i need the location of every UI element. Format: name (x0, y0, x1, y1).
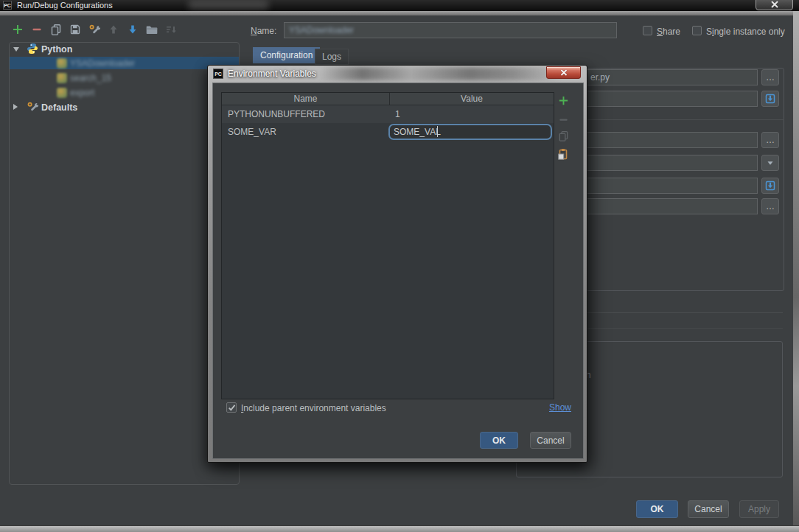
edit-defaults-button[interactable] (87, 22, 102, 37)
python-icon (27, 43, 38, 57)
section-separator (586, 328, 783, 329)
titlebar-blur-smudge (188, 0, 269, 10)
run-config-icon (57, 73, 67, 83)
defaults-wrench-icon (27, 101, 38, 115)
tree-item[interactable]: export (70, 88, 94, 98)
tree-group-python[interactable]: Python (41, 44, 72, 55)
sort-configurations-button[interactable] (164, 22, 178, 37)
name-input[interactable]: YSADownloader (284, 22, 617, 38)
single-instance-label: Single instance only (706, 27, 785, 37)
save-configuration-button[interactable] (68, 22, 83, 37)
single-instance-checkbox[interactable] (692, 26, 702, 35)
paste-icon (557, 148, 569, 160)
copy-variable-button[interactable] (556, 129, 570, 142)
wrench-gear-icon (88, 24, 100, 35)
value-editor-input[interactable] (388, 124, 552, 140)
pycharm-logo-icon: PC (213, 69, 223, 79)
ok-button[interactable]: OK (636, 500, 678, 518)
table-row[interactable]: PYTHONUNBUFFERED 1 (222, 105, 554, 123)
include-parent-label: Include parent environment variables (241, 403, 386, 413)
window-close-button[interactable] (756, 0, 793, 10)
name-label: Name: (251, 26, 276, 36)
table-row[interactable]: SOME_VAR (222, 123, 554, 141)
cancel-button[interactable]: Cancel (688, 500, 729, 518)
expand-field-icon (764, 93, 776, 105)
tree-item-selected[interactable]: YSADownloader (70, 58, 135, 69)
move-down-button[interactable] (125, 22, 140, 37)
window-frame-top (0, 11, 799, 15)
dialog-close-button[interactable] (546, 66, 581, 79)
new-folder-button[interactable] (144, 22, 159, 37)
tree-item[interactable]: search_15 (70, 73, 111, 83)
add-variable-button[interactable] (556, 94, 570, 107)
window-frame-right (793, 11, 799, 532)
add-configuration-button[interactable] (10, 22, 25, 37)
tab-configuration[interactable]: Configuration (253, 47, 320, 63)
run-config-icon (57, 88, 67, 98)
env-ok-button[interactable]: OK (480, 432, 518, 449)
expand-field-button[interactable] (761, 178, 779, 194)
section-separator (586, 312, 783, 313)
apply-button[interactable]: Apply (739, 500, 779, 518)
close-icon (771, 1, 778, 8)
dialog-title: Environment Variables (228, 69, 316, 79)
folder-icon (146, 24, 158, 35)
remove-configuration-button[interactable] (29, 22, 44, 37)
paste-variable-button[interactable] (556, 147, 570, 161)
arrow-up-icon (108, 24, 119, 35)
expand-field-icon (764, 180, 776, 192)
copy-configuration-button[interactable] (49, 22, 63, 37)
save-icon (69, 24, 81, 35)
close-icon (560, 69, 568, 76)
env-cancel-button[interactable]: Cancel (530, 432, 571, 449)
share-label: Share (657, 27, 680, 37)
working-directory-browse-button[interactable]: … (761, 198, 779, 214)
remove-variable-button[interactable] (556, 113, 570, 126)
script-path-browse-button[interactable]: … (761, 69, 779, 85)
table-header: Name Value (222, 93, 554, 105)
env-variables-table[interactable]: Name Value PYTHONUNBUFFERED 1 SOME_VAR (221, 92, 554, 399)
column-header-value[interactable]: Value (390, 94, 554, 104)
plus-icon (558, 95, 569, 106)
checkmark-icon (227, 403, 237, 413)
environment-variables-browse-button[interactable]: … (761, 132, 779, 148)
run-config-icon (57, 58, 67, 69)
interpreter-dropdown-button[interactable] (761, 155, 779, 171)
plus-icon (12, 24, 24, 35)
tree-group-defaults[interactable]: Defaults (41, 102, 77, 113)
sort-az-icon (165, 24, 177, 35)
column-header-name[interactable]: Name (222, 94, 389, 104)
window-titlebar: PC Run/Debug Configurations (0, 0, 799, 11)
copy-icon (50, 24, 62, 35)
run-debug-configurations-window: PC Run/Debug Configurations (0, 0, 799, 532)
python-group-expander[interactable] (13, 47, 19, 52)
move-up-button[interactable] (106, 22, 121, 37)
include-parent-checkbox[interactable] (226, 402, 237, 413)
minus-icon (31, 24, 43, 35)
minus-icon (558, 114, 569, 125)
text-caret (437, 126, 438, 137)
aero-glass-reflection (318, 67, 562, 80)
chevron-down-icon (765, 158, 775, 168)
arrow-down-icon (127, 24, 139, 35)
pycharm-logo-icon: PC (3, 1, 12, 10)
expand-field-button[interactable] (761, 91, 779, 107)
environment-variables-dialog: PC Environment Variables Name Value PYTH… (207, 65, 587, 463)
window-frame-bottom (0, 525, 799, 532)
copy-icon (558, 130, 569, 141)
show-link[interactable]: Show (530, 402, 571, 413)
tab-logs[interactable]: Logs (315, 49, 349, 65)
defaults-expander[interactable] (13, 104, 18, 110)
dialog-content: Name Value PYTHONUNBUFFERED 1 SOME_VAR (212, 83, 584, 459)
window-title: Run/Debug Configurations (17, 1, 113, 10)
share-checkbox[interactable] (643, 26, 652, 35)
